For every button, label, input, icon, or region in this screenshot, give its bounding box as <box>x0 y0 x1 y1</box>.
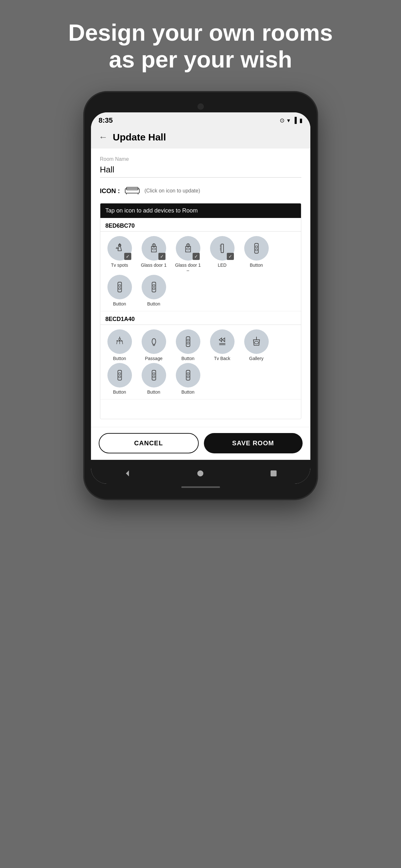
notification-icon: ⊙ <box>280 117 285 124</box>
icon-row: ICON : (Click on icon to update) <box>100 185 301 197</box>
device-name-button-7: Button <box>181 390 194 395</box>
device-item-button-7[interactable]: Button <box>172 363 204 395</box>
device-item-button-2[interactable]: Button <box>104 275 136 306</box>
device-name-chandelier: Button <box>113 356 126 361</box>
check-badge: ✓ <box>158 253 166 260</box>
camera-dot <box>197 103 204 110</box>
group-id-1: 8ED6BC70 <box>100 218 301 231</box>
device-panel: Tap on icon to add devices to Room 8ED6B… <box>100 203 301 419</box>
check-badge: ✓ <box>227 253 234 260</box>
device-icon-tv-spots: ✓ <box>107 236 132 260</box>
cancel-button[interactable]: CANCEL <box>99 433 199 454</box>
device-icon-led: ✓ <box>210 236 235 260</box>
svg-point-10 <box>152 248 156 250</box>
bottom-bar: CANCEL SAVE ROOM <box>91 427 310 460</box>
room-name-label: Room Name <box>100 156 301 162</box>
device-item-glass-door-1a[interactable]: ✓ Glass door 1 <box>138 236 170 273</box>
device-icon-button-2 <box>107 275 132 299</box>
page-title: Update Hall <box>113 132 166 143</box>
device-icon-button-3 <box>142 275 166 299</box>
nav-bottom-line <box>91 484 310 492</box>
status-bar: 8:35 ⊙ ▾ ▐ ▮ <box>91 113 310 127</box>
svg-rect-27 <box>153 287 155 289</box>
device-name-glass-door-1b: Glass door 1– <box>175 262 201 273</box>
device-group-1: 8ED6BC70 <box>100 218 301 311</box>
status-time: 8:35 <box>99 116 113 125</box>
device-icon-gallery <box>244 330 269 354</box>
battery-icon: ▮ <box>299 117 303 124</box>
device-item-tv-spots[interactable]: ✓ Tv spots <box>104 236 136 273</box>
check-badge: ✓ <box>193 253 200 260</box>
device-icon-button-5 <box>107 363 132 388</box>
room-name-value[interactable]: Hall <box>100 165 301 178</box>
device-item-button-6[interactable]: Button <box>138 363 170 395</box>
check-badge: ✓ <box>124 253 131 260</box>
hero-title: Design your own roomsas per your wish <box>49 20 352 73</box>
device-item-glass-door-1b[interactable]: ✓ Glass door 1– <box>172 236 204 273</box>
svg-rect-19 <box>255 243 258 253</box>
svg-rect-37 <box>187 339 189 341</box>
room-icon-preview[interactable] <box>125 185 140 197</box>
svg-rect-48 <box>153 376 155 377</box>
phone-frame: 8:35 ⊙ ▾ ▐ ▮ ← Update Hall Room Name Hal… <box>85 92 317 499</box>
svg-rect-20 <box>256 246 258 248</box>
page-wrapper: Design your own roomsas per your wish 8:… <box>0 0 401 868</box>
device-icon-button-1 <box>244 236 269 260</box>
phone-notch <box>91 99 310 113</box>
icon-hint: (Click on icon to update) <box>144 188 200 194</box>
device-name-tv-back: Tv Back <box>214 356 230 361</box>
status-icons: ⊙ ▾ ▐ ▮ <box>280 117 303 124</box>
device-name-led: LED <box>218 262 227 268</box>
device-name-button-6: Button <box>147 390 160 395</box>
device-item-chandelier[interactable]: Button <box>104 330 136 361</box>
device-icon-passage <box>142 330 166 354</box>
save-room-button[interactable]: SAVE ROOM <box>204 433 303 454</box>
device-item-led[interactable]: ✓ LED <box>206 236 238 273</box>
panel-header: Tap on icon to add devices to Room <box>100 204 301 218</box>
device-name-button-3: Button <box>147 301 160 306</box>
svg-rect-43 <box>118 370 121 380</box>
svg-rect-46 <box>152 370 156 380</box>
svg-point-13 <box>187 248 190 250</box>
svg-rect-50 <box>187 373 189 375</box>
svg-rect-45 <box>119 376 121 377</box>
device-item-gallery[interactable]: Gallery <box>240 330 273 361</box>
device-item-button-3[interactable]: Button <box>138 275 170 306</box>
device-name-button-1: Button <box>250 262 263 268</box>
svg-rect-24 <box>119 287 121 289</box>
group-id-2: 8ECD1A40 <box>100 311 301 325</box>
device-group-2: 8ECD1A40 <box>100 311 301 399</box>
device-item-button-1[interactable]: Button <box>240 236 273 273</box>
svg-rect-25 <box>152 282 156 291</box>
device-item-button-4[interactable]: Button <box>172 330 204 361</box>
svg-rect-22 <box>118 282 121 291</box>
svg-rect-0 <box>125 189 139 193</box>
signal-icon: ▐ <box>293 117 297 124</box>
svg-rect-26 <box>153 284 155 286</box>
device-name-button-4: Button <box>181 356 194 361</box>
device-icon-button-7 <box>176 363 200 388</box>
home-indicator <box>181 486 220 488</box>
svg-rect-47 <box>153 373 155 375</box>
wifi-icon: ▾ <box>287 117 290 124</box>
device-grid-1: ✓ Tv spots <box>100 231 301 311</box>
device-item-button-5[interactable]: Button <box>104 363 136 395</box>
svg-rect-21 <box>256 249 258 251</box>
device-grid-2: Button <box>100 325 301 399</box>
device-name-glass-door-1a: Glass door 1 <box>141 262 166 268</box>
back-button[interactable]: ← <box>99 132 108 143</box>
nav-home-button[interactable] <box>193 466 207 480</box>
icon-label: ICON : <box>100 187 120 195</box>
panel-empty-space <box>100 399 301 419</box>
svg-rect-36 <box>186 337 190 346</box>
svg-rect-51 <box>187 376 189 377</box>
nav-recent-button[interactable] <box>266 466 281 480</box>
device-name-button-2: Button <box>113 301 126 306</box>
nav-back-button[interactable] <box>120 466 135 480</box>
device-item-tv-back[interactable]: Tv Back <box>206 330 238 361</box>
device-icon-tv-back <box>210 330 235 354</box>
svg-rect-14 <box>221 244 224 252</box>
device-name-gallery: Gallery <box>249 356 263 361</box>
device-item-passage[interactable]: Passage <box>138 330 170 361</box>
device-icon-chandelier <box>107 330 132 354</box>
